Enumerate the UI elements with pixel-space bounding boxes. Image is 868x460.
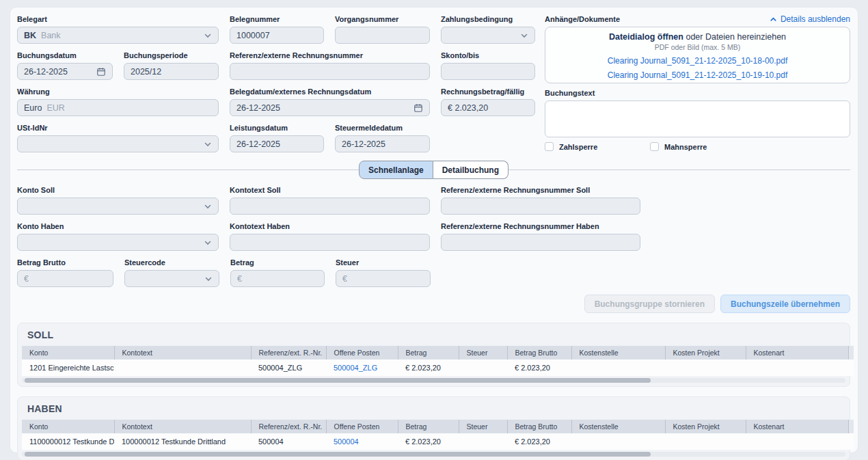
konto-haben-label: Konto Haben [17, 222, 219, 231]
soll-section: SOLL Konto Kontotext Referenz/ext. R.-Nr… [17, 323, 850, 387]
buchungsdatum-label: Buchungsdatum [17, 51, 113, 60]
steuercode-label: Steuercode [124, 258, 219, 267]
leistungsdatum-label: Leistungsdatum [230, 124, 324, 133]
betrag-label: Betrag [230, 258, 325, 267]
betrag-brutto-label: Betrag Brutto [17, 258, 113, 267]
chevron-down-icon [204, 275, 213, 283]
horizontal-scrollbar[interactable] [22, 452, 845, 457]
leistungsdatum-input[interactable] [230, 135, 324, 152]
skonto-bis-input[interactable] [441, 63, 535, 80]
ust-idnr-select[interactable] [17, 135, 219, 152]
steuermeldedatum-label: Steuermeldedatum [335, 124, 430, 133]
steuer-label: Steuer [336, 258, 431, 267]
referenz-haben-input[interactable] [441, 234, 640, 251]
tab-detailbuchung[interactable]: Detailbuchung [433, 161, 508, 179]
attachments-label: Anhänge/Dokumente [545, 15, 620, 24]
soll-title: SOLL [22, 323, 845, 346]
buchungsgruppe-stornieren-button[interactable]: Buchungsgruppe stornieren [584, 295, 715, 313]
kontotext-soll-label: Kontotext Soll [230, 186, 430, 195]
checkbox-box-icon[interactable] [545, 142, 554, 151]
attachment-file-link[interactable]: Clearing Journal_5091_21-12-2025_10-19-1… [545, 70, 850, 80]
waehrung-label: Währung [17, 87, 219, 96]
dropzone-hint: PDF oder Bild (max. 5 MB) [545, 43, 850, 51]
calendar-icon[interactable] [96, 67, 106, 77]
file-dropzone[interactable]: Dateidialog öffnen oder Dateien hereinzi… [545, 27, 850, 83]
referenz-soll-input[interactable] [441, 198, 640, 215]
details-toggle-link[interactable]: Details ausblenden [770, 15, 850, 24]
calendar-icon[interactable] [413, 103, 423, 113]
offene-posten-link[interactable]: 500004_ZLG [334, 364, 377, 372]
belegart-select[interactable]: BKBank [17, 27, 219, 44]
betrag-input[interactable] [230, 270, 325, 287]
checkbox-box-icon[interactable] [650, 142, 659, 151]
chevron-down-icon [204, 239, 212, 247]
chevron-down-icon [520, 31, 528, 40]
scrollbar-thumb[interactable] [25, 452, 651, 457]
skonto-bis-label: Skonto/bis [441, 51, 535, 60]
beleg-form-card: Belegart BKBank Belegnummer Vorgangsnumm… [10, 7, 858, 453]
referenz-extern-label: Referenz/externe Rechnungsnummer [230, 51, 430, 60]
header-fields: Belegart BKBank Belegnummer Vorgangsnumm… [17, 15, 850, 152]
konto-soll-select[interactable] [17, 198, 219, 215]
kontotext-soll-input[interactable] [230, 198, 430, 215]
vorgangsnummer-input[interactable] [335, 27, 430, 44]
belegnummer-input[interactable] [230, 27, 324, 44]
scrollbar-thumb[interactable] [25, 378, 651, 383]
zahlungsbedingung-label: Zahlungsbedingung [441, 15, 535, 24]
rechnungsbetrag-label: Rechnungsbetrag/fällig [441, 87, 535, 96]
attachment-file-link[interactable]: Clearing Journal_5091_21-12-2025_10-18-0… [545, 56, 850, 66]
steuermeldedatum-input[interactable] [335, 135, 430, 152]
belegnummer-label: Belegnummer [230, 15, 324, 24]
referenz-haben-label: Referenz/externe Rechnungsnummer Haben [441, 222, 640, 231]
steuercode-select[interactable] [124, 270, 219, 287]
zahlungsbedingung-select[interactable] [441, 27, 535, 44]
belegart-label: Belegart [17, 15, 219, 24]
rechnungsbetrag-input[interactable] [441, 99, 535, 116]
attachments-panel: Anhänge/Dokumente Details ausblenden Dat… [545, 15, 850, 152]
buchungszeile-uebernehmen-button[interactable]: Buchungszeile übernehmen [720, 295, 850, 313]
haben-title: HABEN [22, 397, 845, 420]
belegart-text: Bank [41, 31, 61, 40]
soll-table: Konto Kontotext Referenz/ext. R.-Nr. Off… [22, 346, 854, 376]
offene-posten-link[interactable]: 500004 [334, 437, 359, 446]
vorgangsnummer-label: Vorgangsnummer [335, 15, 430, 24]
waehrung-text: EUR [46, 103, 64, 113]
tab-schnellanlage[interactable]: Schnellanlage [359, 161, 433, 179]
kontotext-haben-label: Kontotext Haben [230, 222, 430, 231]
table-row[interactable]: 1100000012 Testkunde Drittland 100000012… [22, 433, 854, 450]
buchungstext-label: Buchungstext [545, 89, 850, 98]
betrag-brutto-input[interactable] [17, 270, 113, 287]
haben-section: HABEN Konto Kontotext Referenz/ext. R.-N… [17, 396, 850, 460]
konto-soll-label: Konto Soll [17, 186, 219, 195]
waehrung-input[interactable]: Euro EUR [17, 99, 219, 116]
chevron-up-icon [770, 16, 777, 23]
open-file-dialog-link[interactable]: Dateidialog öffnen [609, 32, 683, 42]
belegdatum-input[interactable]: 26-12-2025 [230, 99, 430, 116]
belegdatum-label: Belegdatum/externes Rechnungsdatum [230, 87, 430, 96]
horizontal-scrollbar[interactable] [22, 378, 845, 383]
chevron-down-icon [204, 31, 212, 40]
belegart-code: BK [24, 31, 36, 40]
kontotext-haben-input[interactable] [230, 234, 430, 251]
referenz-extern-input[interactable] [230, 63, 430, 80]
buchungsperiode-input[interactable] [124, 63, 219, 80]
schnellanlage-form: Konto Soll Kontotext Soll Referenz/exter… [17, 186, 850, 313]
buchungsdatum-input[interactable]: 26-12-2025 [17, 63, 113, 80]
referenz-soll-label: Referenz/externe Rechnungsnummer Soll [441, 186, 640, 195]
entry-mode-tabs: Schnellanlage Detailbuchung [17, 161, 850, 179]
konto-haben-select[interactable] [17, 234, 219, 251]
table-row[interactable]: 1201 Eingereichte Lastschriften 500004_Z… [22, 360, 854, 376]
zahlsperre-checkbox[interactable]: Zahlsperre [545, 142, 639, 151]
ust-idnr-label: USt-IdNr [17, 124, 219, 133]
steuer-input[interactable] [336, 270, 431, 287]
soll-header-row: Konto Kontotext Referenz/ext. R.-Nr. Off… [22, 346, 854, 360]
buchungstext-textarea[interactable] [545, 100, 850, 137]
haben-header-row: Konto Kontotext Referenz/ext. R.-Nr. Off… [22, 420, 854, 433]
haben-table: Konto Kontotext Referenz/ext. R.-Nr. Off… [22, 420, 854, 450]
chevron-down-icon [204, 140, 212, 148]
mahnsperre-checkbox[interactable]: Mahnsperre [650, 142, 744, 151]
buchungsperiode-label: Buchungsperiode [124, 51, 219, 60]
waehrung-code: Euro [24, 103, 42, 113]
chevron-down-icon [204, 202, 212, 211]
